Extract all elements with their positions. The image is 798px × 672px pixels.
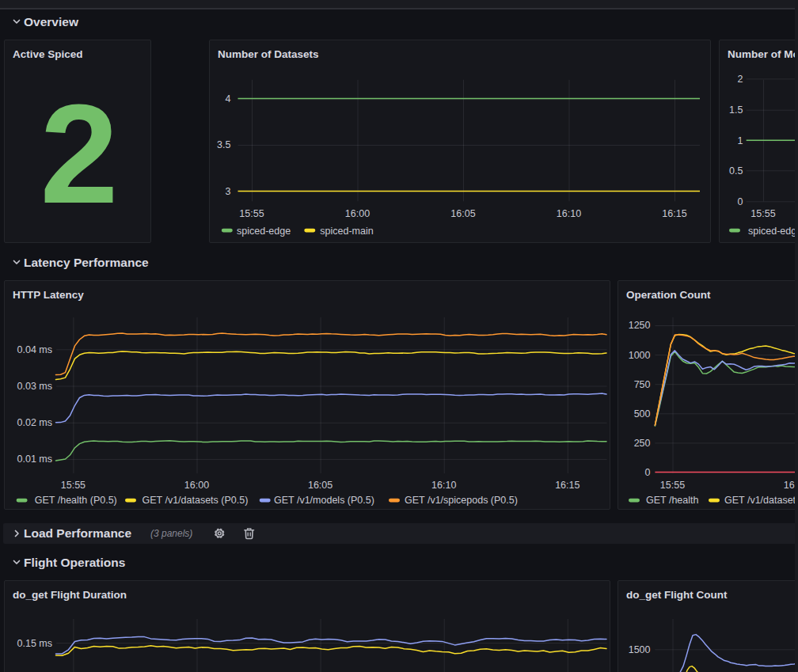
svg-text:16:10: 16:10 [431, 480, 456, 491]
svg-text:16:05: 16:05 [450, 208, 475, 219]
svg-text:3.5: 3.5 [217, 139, 230, 150]
svg-text:0.5: 0.5 [729, 165, 743, 177]
svg-text:1250: 1250 [629, 320, 651, 331]
svg-text:4: 4 [226, 93, 231, 104]
svg-text:250: 250 [634, 438, 651, 449]
svg-text:1.5: 1.5 [729, 104, 743, 116]
svg-text:16:15: 16:15 [662, 208, 686, 219]
svg-text:16:00: 16:00 [345, 208, 370, 219]
svg-text:GET /v1/datasets: GET /v1/datasets [724, 495, 798, 506]
svg-text:GET /health: GET /health [646, 495, 699, 506]
svg-text:16:00: 16:00 [184, 480, 209, 491]
svg-text:2: 2 [738, 74, 743, 85]
svg-text:0.02 ms: 0.02 ms [17, 417, 52, 428]
svg-text:spiced-edge: spiced-edge [237, 226, 291, 237]
svg-text:GET /v1/models (P0.5): GET /v1/models (P0.5) [274, 495, 374, 506]
svg-text:0.04 ms: 0.04 ms [17, 344, 52, 355]
svg-text:15:55: 15:55 [239, 208, 264, 219]
svg-text:15:55: 15:55 [750, 208, 775, 219]
svg-text:0.15 ms: 0.15 ms [17, 638, 52, 649]
svg-text:3: 3 [226, 186, 231, 197]
svg-text:GET /health (P0.5): GET /health (P0.5) [35, 495, 117, 506]
svg-text:500: 500 [634, 408, 651, 420]
svg-text:1000: 1000 [629, 350, 651, 361]
svg-text:750: 750 [634, 379, 651, 390]
svg-text:0: 0 [738, 196, 743, 207]
svg-text:GET /v1/spicepods (P0.5): GET /v1/spicepods (P0.5) [405, 495, 518, 506]
svg-text:GET /v1/datasets (P0.5): GET /v1/datasets (P0.5) [142, 495, 249, 506]
svg-text:16:10: 16:10 [557, 208, 581, 219]
svg-text:1: 1 [738, 135, 743, 146]
svg-text:spiced-main: spiced-main [320, 226, 373, 237]
svg-text:16:05: 16:05 [308, 480, 332, 491]
svg-text:0.03 ms: 0.03 ms [17, 381, 52, 392]
svg-text:16:15: 16:15 [555, 480, 580, 491]
svg-text:1500: 1500 [629, 644, 651, 655]
svg-text:spiced-edge: spiced-edge [748, 226, 798, 237]
svg-text:0: 0 [645, 467, 651, 478]
svg-text:15:55: 15:55 [61, 480, 86, 491]
svg-text:0.01 ms: 0.01 ms [17, 454, 52, 465]
svg-text:15:55: 15:55 [660, 480, 685, 491]
